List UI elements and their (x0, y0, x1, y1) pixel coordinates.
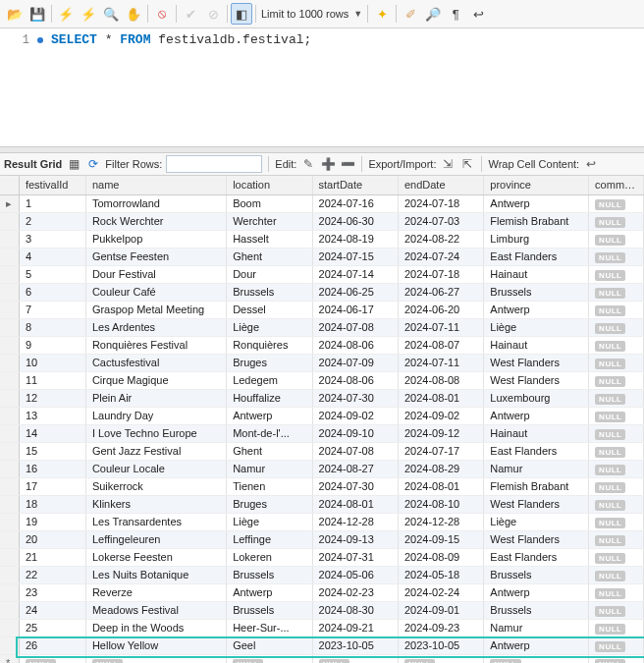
cell[interactable]: Antwerp (484, 637, 589, 655)
import-icon[interactable]: ⇱ (459, 156, 475, 172)
cell[interactable]: 2024-09-13 (312, 531, 398, 549)
cell[interactable]: 9 (19, 337, 85, 355)
cell[interactable]: NULL (589, 390, 644, 408)
cell[interactable]: Limburg (484, 231, 589, 249)
cell[interactable]: Hainaut (484, 266, 589, 284)
cell[interactable]: East Flanders (484, 549, 589, 567)
table-row[interactable]: 23ReverzeAntwerp2024-02-232024-02-24Antw… (0, 584, 644, 602)
cell[interactable]: 2024-09-10 (312, 425, 398, 443)
open-icon[interactable]: 📂 (4, 3, 26, 25)
cell[interactable]: Couleur Locale (85, 461, 226, 478)
cell[interactable]: 2024-02-23 (312, 584, 398, 602)
row-header[interactable] (0, 249, 19, 266)
commit-icon[interactable]: ✔ (180, 3, 201, 25)
cell[interactable]: Liège (484, 319, 589, 337)
cell[interactable]: Antwerp (227, 584, 312, 602)
cell[interactable]: 2024-09-12 (398, 425, 483, 443)
cell[interactable]: 2024-09-23 (398, 620, 483, 637)
col-festivalid[interactable]: festivalId (19, 176, 85, 195)
cell[interactable]: Liège (484, 514, 589, 531)
cell[interactable]: 2024-07-31 (312, 549, 398, 567)
cell[interactable]: Bruges (227, 355, 312, 372)
cell[interactable]: Hasselt (227, 231, 312, 249)
cell[interactable]: Gent Jazz Festival (85, 443, 226, 461)
row-header[interactable] (0, 443, 19, 461)
row-header[interactable] (0, 390, 19, 408)
cell[interactable]: East Flanders (484, 443, 589, 461)
table-row[interactable]: 5Dour FestivalDour2024-07-142024-07-18Ha… (0, 266, 644, 284)
cell[interactable]: NULL (589, 478, 644, 496)
cell[interactable]: West Flanders (484, 355, 589, 372)
cell[interactable]: Flemish Brabant (484, 478, 589, 496)
cell[interactable]: Ghent (227, 443, 312, 461)
cell[interactable]: 2024-02-24 (398, 584, 483, 602)
cell[interactable]: 5 (19, 266, 85, 284)
cell[interactable]: Leffingeleuren (85, 531, 226, 549)
wrap-icon[interactable]: ↩ (467, 3, 489, 25)
cell[interactable]: Dour Festival (85, 266, 226, 284)
beautify-icon[interactable]: ✐ (400, 3, 421, 25)
cell[interactable]: 2024-06-27 (398, 284, 483, 302)
cell[interactable]: 2024-08-09 (398, 549, 483, 567)
cell[interactable]: 2024-08-07 (398, 337, 483, 355)
limit-dropdown-icon[interactable]: ▼ (351, 9, 364, 19)
cell[interactable]: Namur (227, 461, 312, 478)
row-header[interactable] (0, 408, 19, 425)
cell[interactable]: Couleur Café (85, 284, 226, 302)
row-header-new[interactable]: * (0, 655, 19, 664)
row-header[interactable] (0, 337, 19, 355)
edit-row-icon[interactable]: ✎ (300, 156, 316, 172)
cell[interactable]: 21 (19, 549, 85, 567)
cell[interactable]: Heer-Sur-... (227, 620, 312, 637)
cell[interactable]: NULL (589, 249, 644, 266)
col-province[interactable]: province (484, 176, 589, 195)
row-header[interactable] (0, 514, 19, 531)
cell[interactable]: Flemish Brabant (484, 213, 589, 231)
cell[interactable]: Leffinge (227, 531, 312, 549)
table-row[interactable]: 8Les ArdentesLiège2024-07-082024-07-11Li… (0, 319, 644, 337)
cell[interactable]: Antwerp (484, 195, 589, 213)
cell[interactable]: NULL (589, 337, 644, 355)
table-row[interactable]: 24Meadows FestivalBrussels2024-08-302024… (0, 602, 644, 620)
cell[interactable]: NULL (589, 531, 644, 549)
wrap-cell-icon[interactable]: ↩ (583, 156, 599, 172)
cell[interactable]: 25 (19, 620, 85, 637)
cell[interactable]: Antwerp (227, 408, 312, 425)
cell[interactable]: 2024-09-01 (398, 602, 483, 620)
cell[interactable]: 14 (19, 425, 85, 443)
cell[interactable]: Hellow Yellow (85, 637, 226, 655)
cell[interactable]: Graspop Metal Meeting (85, 302, 226, 319)
cell[interactable]: Liège (227, 319, 312, 337)
cell[interactable]: 2024-12-28 (312, 514, 398, 531)
cell[interactable]: Bruges (227, 496, 312, 514)
cell[interactable]: Antwerp (484, 302, 589, 319)
cell[interactable]: Les Nuits Botanique (85, 567, 226, 584)
cell[interactable]: NULL (589, 602, 644, 620)
cell[interactable]: 2024-09-15 (398, 531, 483, 549)
cell[interactable]: 20 (19, 531, 85, 549)
table-row[interactable]: ▸1TomorrowlandBoom2024-07-162024-07-18An… (0, 195, 644, 213)
row-header[interactable] (0, 355, 19, 372)
cell[interactable]: Namur (484, 461, 589, 478)
cell[interactable]: Gentse Feesten (85, 249, 226, 266)
table-row[interactable]: 7Graspop Metal MeetingDessel2024-06-1720… (0, 302, 644, 319)
cell[interactable]: 2024-07-16 (312, 195, 398, 213)
cell[interactable]: 2024-08-10 (398, 496, 483, 514)
cell[interactable]: 24 (19, 602, 85, 620)
row-header[interactable] (0, 461, 19, 478)
cell[interactable]: NULL (589, 655, 644, 664)
cell[interactable]: NULL (85, 655, 226, 664)
cell[interactable]: 2024-12-28 (398, 514, 483, 531)
cell[interactable]: 2024-05-18 (398, 567, 483, 584)
cell[interactable]: West Flanders (484, 531, 589, 549)
cell[interactable]: NULL (589, 461, 644, 478)
table-row[interactable]: 14I Love Techno EuropeMont-de-l'...2024-… (0, 425, 644, 443)
row-header[interactable] (0, 319, 19, 337)
cell[interactable]: 2024-08-19 (312, 231, 398, 249)
cell[interactable]: 2024-07-14 (312, 266, 398, 284)
cell[interactable]: East Flanders (484, 249, 589, 266)
cell[interactable]: NULL (589, 355, 644, 372)
cell[interactable]: NULL (589, 195, 644, 213)
cell[interactable]: Reverze (85, 584, 226, 602)
cell[interactable]: 2024-07-24 (398, 249, 483, 266)
